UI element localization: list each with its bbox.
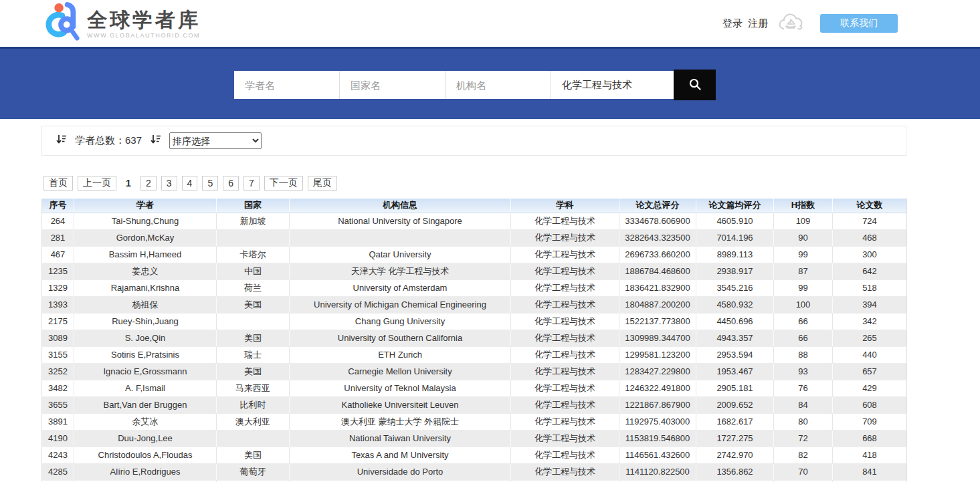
- sort-amount-icon[interactable]: [56, 134, 67, 148]
- table-cell: 1221867.867900: [619, 396, 696, 413]
- table-row[interactable]: 281Gordon,McKay化学工程与技术3282643.3235007014…: [42, 229, 907, 246]
- subject-input[interactable]: [551, 71, 674, 99]
- table-cell: [217, 313, 290, 330]
- sort-amount-icon[interactable]: [150, 134, 161, 148]
- table-cell: [217, 430, 290, 447]
- pagination-page-2[interactable]: 2: [140, 176, 157, 191]
- col-header-country: 国家: [217, 199, 290, 213]
- table-row[interactable]: 3655Bart,Van der Bruggen比利时Katholieke Un…: [42, 396, 907, 413]
- table-row[interactable]: 4190Duu-Jong,LeeNational Taiwan Universi…: [42, 430, 907, 447]
- table-cell: 葡萄牙: [217, 463, 290, 480]
- search-button[interactable]: [674, 70, 716, 100]
- search-banner: [0, 47, 980, 119]
- table-cell: 93: [774, 363, 833, 380]
- table-cell: 3545.216: [696, 279, 774, 296]
- table-row[interactable]: 1393杨祖保美国University of Michigan Chemical…: [42, 296, 907, 313]
- login-link[interactable]: 登录: [722, 17, 743, 30]
- table-cell: 3252: [42, 363, 74, 380]
- table-row[interactable]: 467Bassim H,Hameed卡塔尔Qatar University化学工…: [42, 246, 907, 263]
- table-cell: 4285: [42, 463, 74, 480]
- pagination-page-1[interactable]: 1: [121, 176, 136, 191]
- table-cell: 1886784.468600: [619, 263, 696, 279]
- table-cell: 3482: [42, 380, 74, 396]
- table-cell: 1727.275: [696, 430, 774, 447]
- col-header-total-score: 论文总评分: [619, 199, 696, 213]
- table-cell: 300: [833, 246, 907, 263]
- table-cell: 1309989.344700: [619, 330, 696, 346]
- table-cell: 1329: [42, 279, 74, 296]
- table-cell: 7014.196: [696, 229, 774, 246]
- table-cell: 2905.181: [696, 380, 774, 396]
- search-bar: [234, 70, 716, 100]
- table-cell: 姜忠义: [74, 263, 217, 279]
- table-cell: Universidade do Porto: [290, 463, 511, 480]
- table-cell: 化学工程与技术: [511, 279, 619, 296]
- table-cell: S. Joe,Qin: [74, 330, 217, 346]
- table-cell: 1356.862: [696, 463, 774, 480]
- pagination-page-5[interactable]: 5: [202, 176, 218, 191]
- institution-name-input[interactable]: [446, 71, 551, 99]
- pagination: 首页 上一页 1234567 下一页 尾页: [43, 176, 980, 191]
- table-cell: 66: [774, 313, 833, 330]
- table-row[interactable]: 4243Christodoulos A,Floudas美国Texas A and…: [42, 447, 907, 463]
- page: 全球学者库 WWW.GLOBALAUTHORID.COM 登录 注册 联系我们: [0, 0, 980, 482]
- table-row[interactable]: 3482A. F,Ismail马来西亚University of Teknol …: [42, 380, 907, 396]
- table-cell: 化学工程与技术: [511, 380, 619, 396]
- table-row[interactable]: 264Tai-Shung,Chung新加坡National University…: [42, 213, 907, 229]
- table-cell: 1235: [42, 263, 74, 279]
- table-cell: 265: [833, 330, 907, 346]
- table-cell: 84: [774, 396, 833, 413]
- table-cell: 3155: [42, 346, 74, 363]
- table-cell: 美国: [217, 363, 290, 380]
- table-cell: 3891: [42, 413, 74, 430]
- register-link[interactable]: 注册: [748, 17, 768, 30]
- table-cell: 608: [833, 396, 907, 413]
- table-cell: 88: [774, 346, 833, 363]
- logo-text: 全球学者库 WWW.GLOBALAUTHORID.COM: [87, 9, 201, 39]
- scholar-table: 序号 学者 国家 机构信息 学科 论文总评分 论文篇均评分 H指数 论文数 26…: [41, 199, 907, 482]
- table-cell: 4580.932: [696, 296, 774, 313]
- table-cell: 比利时: [217, 396, 290, 413]
- table-cell: [217, 229, 290, 246]
- table-cell: 1804887.200200: [619, 296, 696, 313]
- table-row[interactable]: 2175Ruey-Shin,JuangChang Gung University…: [42, 313, 907, 330]
- table-cell: 66: [774, 330, 833, 346]
- table-cell: 化学工程与技术: [511, 330, 619, 346]
- pagination-page-7[interactable]: 7: [243, 176, 260, 191]
- table-cell: 4943.357: [696, 330, 774, 346]
- pagination-first[interactable]: 首页: [43, 176, 73, 191]
- cloud-sailboat-icon: [777, 11, 808, 35]
- table-cell: 化学工程与技术: [511, 246, 619, 263]
- table-cell: Qatar University: [290, 246, 511, 263]
- table-cell: 724: [833, 213, 907, 229]
- table-cell: ETH Zurich: [290, 346, 511, 363]
- table-row[interactable]: 3252Ignacio E,Grossmann美国Carnegie Mellon…: [42, 363, 907, 380]
- table-cell: 4190: [42, 430, 74, 447]
- table-row[interactable]: 1329Rajamani,Krishna荷兰University of Amst…: [42, 279, 907, 296]
- table-row[interactable]: 3155Sotiris E,Pratsinis瑞士ETH Zurich化学工程与…: [42, 346, 907, 363]
- scholar-total-label: 学者总数：637: [75, 134, 142, 147]
- table-row[interactable]: 3089S. Joe,Qin美国University of Southern C…: [42, 330, 907, 346]
- table-cell: 3089: [42, 330, 74, 346]
- table-cell: Gordon,McKay: [74, 229, 217, 246]
- table-row[interactable]: 3891余艾冰澳大利亚澳大利亚 蒙纳士大学 外籍院士化学工程与技术1192975…: [42, 413, 907, 430]
- pagination-page-6[interactable]: 6: [223, 176, 239, 191]
- contact-button[interactable]: 联系我们: [820, 14, 898, 33]
- logo[interactable]: 全球学者库 WWW.GLOBALAUTHORID.COM: [41, 2, 201, 45]
- scholar-name-input[interactable]: [234, 71, 340, 99]
- pagination-prev[interactable]: 上一页: [78, 176, 116, 191]
- table-row[interactable]: 4285Alírio E,Rodrigues葡萄牙Universidade do…: [42, 463, 907, 480]
- table-cell: 1192975.403000: [619, 413, 696, 430]
- sort-select[interactable]: 排序选择: [169, 132, 262, 149]
- table-cell: 天津大学 化学工程与技术: [290, 263, 511, 279]
- table-cell: 中国: [217, 263, 290, 279]
- pagination-last[interactable]: 尾页: [308, 176, 337, 191]
- table-cell: University of Amsterdam: [290, 279, 511, 296]
- pagination-page-4[interactable]: 4: [182, 176, 198, 191]
- table-row[interactable]: 1235姜忠义中国天津大学 化学工程与技术化学工程与技术1886784.4686…: [42, 263, 907, 279]
- table-cell: 美国: [217, 330, 290, 346]
- table-cell: 8989.113: [696, 246, 774, 263]
- country-name-input[interactable]: [340, 71, 446, 99]
- pagination-next[interactable]: 下一页: [264, 176, 303, 191]
- pagination-page-3[interactable]: 3: [161, 176, 177, 191]
